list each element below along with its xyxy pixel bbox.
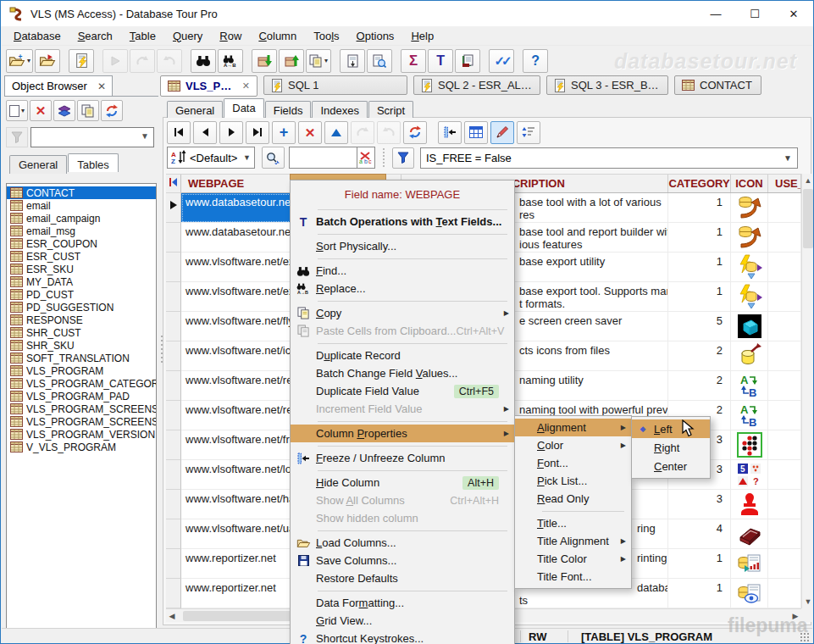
row-indicator[interactable] bbox=[166, 193, 181, 223]
row-indicator[interactable] bbox=[166, 549, 181, 579]
table-item-esr-sku[interactable]: ESR_SKU bbox=[7, 263, 156, 275]
cell-icon[interactable] bbox=[731, 312, 768, 341]
view-tab-general[interactable]: General bbox=[167, 101, 223, 118]
cell-icon[interactable] bbox=[731, 282, 768, 312]
view-tab-indexes[interactable]: Indexes bbox=[312, 101, 368, 118]
menu-item-freeze-unfreeze-column[interactable]: Freeze / Unfreeze Column bbox=[291, 449, 514, 467]
menu-item-shortcut-keystrokes[interactable]: ?Shortcut Keystrokes... bbox=[291, 630, 514, 644]
cell-icon[interactable] bbox=[731, 490, 768, 519]
refresh-objects-button[interactable] bbox=[101, 100, 123, 121]
cell-use[interactable] bbox=[768, 460, 801, 490]
scroll-left-icon[interactable]: ◀ bbox=[166, 610, 178, 622]
resize-grip[interactable] bbox=[800, 632, 810, 642]
table-item-response[interactable]: RESPONSE bbox=[7, 314, 156, 326]
menu-query[interactable]: Query bbox=[164, 28, 211, 44]
object-browser-tab[interactable]: Object Browser ✕ bbox=[4, 75, 113, 96]
undo-button[interactable] bbox=[157, 49, 182, 73]
print-data-button[interactable] bbox=[340, 49, 365, 73]
cell-category[interactable]: 1 bbox=[668, 223, 731, 253]
row-indicator[interactable] bbox=[166, 430, 181, 460]
menu-item-restore-defaults[interactable]: Restore Defaults bbox=[291, 569, 514, 587]
row-indicator[interactable] bbox=[166, 519, 181, 549]
menu-item-find[interactable]: Find... bbox=[291, 262, 514, 280]
vertical-scrollbar[interactable]: ▲ ▼ bbox=[801, 174, 813, 608]
minimize-button[interactable]: — bbox=[696, 1, 735, 26]
delete-record-button[interactable]: ✕ bbox=[298, 121, 322, 144]
help-button[interactable]: ? bbox=[523, 49, 548, 73]
cell-icon[interactable] bbox=[731, 579, 768, 608]
view-tab-data[interactable]: Data bbox=[224, 98, 263, 118]
cell-use[interactable] bbox=[768, 401, 801, 430]
filter-button[interactable] bbox=[392, 147, 414, 169]
replace-button[interactable]: A→B bbox=[218, 49, 243, 73]
close-tab-icon[interactable]: ✕ bbox=[242, 80, 250, 92]
cell-icon[interactable] bbox=[731, 223, 768, 253]
validate-button[interactable]: ✓✓ bbox=[489, 49, 514, 73]
row-indicator[interactable] bbox=[166, 579, 181, 608]
scroll-down-icon[interactable]: ▼ bbox=[802, 596, 814, 608]
cell-category[interactable]: 2 bbox=[668, 341, 731, 371]
table-item-email[interactable]: email bbox=[7, 199, 156, 212]
table-item-v-vls-program[interactable]: V_VLS_PROGRAM bbox=[7, 441, 156, 453]
view-tab-script[interactable]: Script bbox=[368, 101, 413, 118]
table-item-shr-cust[interactable]: SHR_CUST bbox=[7, 326, 156, 339]
menu-item-title-alignment[interactable]: Title Alignment▶ bbox=[515, 532, 631, 550]
copy-data-button[interactable]: ▾ bbox=[306, 49, 331, 73]
dropdown-arrow-icon[interactable]: ▾ bbox=[324, 57, 328, 64]
row-indicator[interactable] bbox=[166, 341, 181, 371]
text-operations-button[interactable]: T bbox=[428, 49, 453, 73]
menu-table[interactable]: Table bbox=[121, 28, 164, 44]
cell-category[interactable]: 1 bbox=[668, 193, 731, 223]
menu-item-sort-physically[interactable]: Sort Physically... bbox=[291, 237, 514, 255]
column-header-use[interactable]: USE_ bbox=[768, 175, 801, 192]
cell-use[interactable] bbox=[768, 371, 801, 401]
scroll-right-icon[interactable]: ▶ bbox=[789, 610, 801, 622]
grid-view-button[interactable] bbox=[464, 121, 488, 144]
row-indicator[interactable] bbox=[166, 223, 181, 253]
export-data-button[interactable] bbox=[279, 49, 304, 73]
column-header-category[interactable]: CATEGORY bbox=[668, 175, 731, 192]
object-types-button[interactable] bbox=[53, 100, 75, 121]
menu-item-title-color[interactable]: Title Color▶ bbox=[515, 550, 631, 568]
cell-category[interactable]: 2 bbox=[668, 371, 731, 401]
table-item-vls-program-category[interactable]: VLS_PROGRAM_CATEGORY bbox=[7, 377, 156, 390]
table-item-vls-program-pad[interactable]: VLS_PROGRAM_PAD bbox=[7, 390, 156, 402]
cell-icon[interactable] bbox=[731, 519, 768, 549]
object-tab-general[interactable]: General bbox=[9, 155, 67, 174]
menu-column[interactable]: Column bbox=[250, 28, 305, 44]
delete-object-button[interactable]: ✕ bbox=[30, 100, 52, 121]
menu-tools[interactable]: Tools bbox=[305, 28, 347, 44]
menu-item-column-properties[interactable]: Column Properties▶ bbox=[291, 425, 514, 442]
last-record-button[interactable] bbox=[246, 121, 269, 144]
table-item-pd-cust[interactable]: PD_CUST bbox=[7, 288, 156, 301]
cell-icon[interactable]: 5? bbox=[731, 460, 768, 490]
row-indicator[interactable] bbox=[166, 253, 181, 282]
row-indicator[interactable] bbox=[166, 401, 181, 430]
filter-combobox[interactable]: IS_FREE = False ▼ bbox=[420, 147, 798, 169]
execute-button[interactable] bbox=[102, 49, 128, 73]
cell-category[interactable]: 1 bbox=[668, 253, 731, 282]
menu-item-save-columns[interactable]: Save Columns... bbox=[291, 552, 514, 569]
cell-category[interactable]: 1 bbox=[668, 549, 731, 579]
table-item-soft-translation[interactable]: SOFT_TRANSLATION bbox=[7, 352, 156, 364]
menu-item-title[interactable]: Title... bbox=[515, 514, 631, 532]
column-header-icon[interactable]: ICON bbox=[731, 175, 768, 192]
cell-use[interactable] bbox=[768, 430, 801, 460]
cell-icon[interactable] bbox=[731, 341, 768, 371]
cell-use[interactable] bbox=[768, 490, 801, 519]
table-item-my-data[interactable]: MY_DATA bbox=[7, 275, 156, 288]
menu-item-pick-list[interactable]: Pick List... bbox=[515, 472, 631, 490]
menu-item-color[interactable]: Color▶ bbox=[515, 436, 631, 454]
table-item-vls-program-screenshot[interactable]: VLS_PROGRAM_SCREENSHOT bbox=[7, 415, 156, 428]
cell-use[interactable] bbox=[768, 519, 801, 549]
cell-category[interactable]: 3 bbox=[668, 490, 731, 519]
object-filter-combobox[interactable]: ▼ bbox=[30, 127, 154, 147]
cell-use[interactable] bbox=[768, 193, 801, 223]
cell-icon[interactable] bbox=[731, 193, 768, 223]
table-item-esr-coupon[interactable]: ESR_COUPON bbox=[7, 237, 156, 250]
menu-item-data-formatting[interactable]: Data Formatting... bbox=[291, 594, 514, 612]
copy-object-button[interactable] bbox=[77, 100, 99, 121]
menu-item-copy[interactable]: Copy▶ bbox=[291, 304, 514, 322]
table-item-pd-suggestion[interactable]: PD_SUGGESTION bbox=[7, 301, 156, 314]
cell-use[interactable] bbox=[768, 341, 801, 371]
